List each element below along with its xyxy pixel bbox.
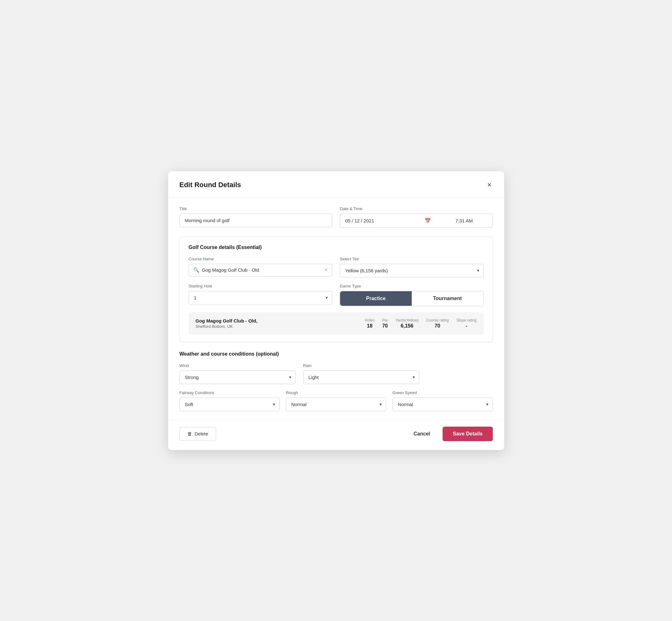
rough-input[interactable]: ShortNormalLong <box>286 398 386 411</box>
course-full-name: Gog Magog Golf Club - Old, <box>196 318 358 323</box>
date-input[interactable]: 05 / 12 / 2021 📅 <box>340 214 436 228</box>
time-input[interactable]: 7:31 AM <box>436 214 493 228</box>
game-type-field: Game Type Practice Tournament <box>340 284 484 306</box>
rain-input[interactable]: NoneLightModerateHeavy <box>303 370 419 384</box>
starting-hole-input[interactable]: 1234 5678 910 <box>189 291 333 304</box>
game-type-label: Game Type <box>340 284 484 288</box>
starting-hole-label: Starting Hole <box>189 284 333 288</box>
trash-icon: 🗑 <box>187 431 192 437</box>
save-button[interactable]: Save Details <box>443 427 493 441</box>
fairway-label: Fairway Conditions <box>179 390 280 395</box>
date-text: 05 / 12 / 2021 <box>345 218 374 223</box>
datetime-inputs: 05 / 12 / 2021 📅 7:31 AM <box>340 214 493 228</box>
datetime-field: Date & Time 05 / 12 / 2021 📅 7:31 AM <box>340 206 493 228</box>
modal-header: Edit Round Details × <box>168 171 504 198</box>
course-row-2: Starting Hole 1234 5678 910 ▾ Game Type <box>189 284 484 306</box>
modal-title: Edit Round Details <box>179 181 241 189</box>
title-field: Title <box>179 206 333 228</box>
par-value: 70 <box>382 323 388 329</box>
yards-value: 6,156 <box>395 323 419 329</box>
search-icon: 🔍 <box>194 267 199 273</box>
weather-section-title: Weather and course conditions (optional) <box>179 351 493 357</box>
fairway-wrap: FirmNormalSoftVery Soft ▾ <box>179 398 280 411</box>
fairway-field: Fairway Conditions FirmNormalSoftVery So… <box>179 390 280 411</box>
rain-field: Rain NoneLightModerateHeavy ▾ <box>303 363 419 384</box>
title-input[interactable] <box>179 214 333 227</box>
wind-wrap: NoneLightModerateStrongVery Strong ▾ <box>179 370 296 384</box>
course-row-1: Course Name 🔍 Gog Magog Golf Club - Old … <box>189 256 484 277</box>
title-label: Title <box>179 206 333 211</box>
rain-label: Rain <box>303 363 419 368</box>
practice-button[interactable]: Practice <box>340 291 412 306</box>
footer-right: Cancel Save Details <box>407 427 493 441</box>
cancel-button[interactable]: Cancel <box>407 427 436 441</box>
course-rating-label: Course rating <box>426 318 449 323</box>
green-speed-label: Green Speed <box>392 390 493 395</box>
rough-wrap: ShortNormalLong ▾ <box>286 398 386 411</box>
starting-hole-field: Starting Hole 1234 5678 910 ▾ <box>189 284 333 306</box>
course-name-label: Course Name <box>189 256 333 261</box>
golf-course-section: Golf Course details (Essential) Course N… <box>179 237 493 342</box>
wind-input[interactable]: NoneLightModerateStrongVery Strong <box>179 370 296 384</box>
wind-field: Wind NoneLightModerateStrongVery Strong … <box>179 363 296 384</box>
delete-button[interactable]: 🗑 Delete <box>179 427 216 441</box>
modal-body: Title Date & Time 05 / 12 / 2021 📅 7:31 … <box>168 198 504 420</box>
course-location: Shelford Bottom, UK <box>196 324 358 329</box>
green-speed-wrap: SlowNormalFastVery Fast ▾ <box>392 398 493 411</box>
delete-label: Delete <box>195 431 208 437</box>
course-rating-stat: Course rating 70 <box>426 318 449 329</box>
course-name-input-wrap[interactable]: 🔍 Gog Magog Golf Club - Old × <box>189 264 333 277</box>
calendar-icon: 📅 <box>425 218 431 224</box>
time-text: 7:31 AM <box>455 218 473 223</box>
course-name-field: Course Name 🔍 Gog Magog Golf Club - Old … <box>189 256 333 277</box>
select-tee-input[interactable]: Yellow (6,156 yards) White Red Blue <box>340 264 484 277</box>
course-name-value: Gog Magog Golf Club - Old <box>202 267 325 273</box>
datetime-label: Date & Time <box>340 206 493 211</box>
holes-label: Holes <box>365 318 375 323</box>
tournament-button[interactable]: Tournament <box>412 291 483 306</box>
weather-row-2: Fairway Conditions FirmNormalSoftVery So… <box>179 390 493 411</box>
par-stat: Par 70 <box>382 318 388 329</box>
rain-wrap: NoneLightModerateHeavy ▾ <box>303 370 419 384</box>
select-tee-field: Select Tee Yellow (6,156 yards) White Re… <box>340 256 484 277</box>
green-speed-field: Green Speed SlowNormalFastVery Fast ▾ <box>392 390 493 411</box>
rough-field: Rough ShortNormalLong ▾ <box>286 390 386 411</box>
edit-round-modal: Edit Round Details × Title Date & Time 0… <box>168 171 504 450</box>
course-info-name: Gog Magog Golf Club - Old, Shelford Bott… <box>196 318 358 329</box>
weather-section: Weather and course conditions (optional)… <box>179 351 493 411</box>
clear-icon[interactable]: × <box>325 267 328 273</box>
slope-value: - <box>456 323 476 329</box>
fairway-input[interactable]: FirmNormalSoftVery Soft <box>179 398 280 411</box>
green-speed-input[interactable]: SlowNormalFastVery Fast <box>392 398 493 411</box>
rough-label: Rough <box>286 390 386 395</box>
golf-course-title: Golf Course details (Essential) <box>189 245 484 250</box>
holes-value: 18 <box>365 323 375 329</box>
modal-footer: 🗑 Delete Cancel Save Details <box>168 420 504 450</box>
par-label: Par <box>382 318 388 323</box>
holes-stat: Holes 18 <box>365 318 375 329</box>
top-row: Title Date & Time 05 / 12 / 2021 📅 7:31 … <box>179 206 493 228</box>
wind-label: Wind <box>179 363 296 368</box>
yards-label: Yards(Yellow) <box>395 318 419 323</box>
starting-hole-wrap: 1234 5678 910 ▾ <box>189 291 333 304</box>
course-info-bar: Gog Magog Golf Club - Old, Shelford Bott… <box>189 313 484 334</box>
select-tee-label: Select Tee <box>340 256 484 261</box>
select-tee-wrap: Yellow (6,156 yards) White Red Blue ▾ <box>340 264 484 277</box>
slope-label: Slope rating <box>456 318 476 323</box>
weather-row-1: Wind NoneLightModerateStrongVery Strong … <box>179 363 419 384</box>
yards-stat: Yards(Yellow) 6,156 <box>395 318 419 329</box>
course-rating-value: 70 <box>426 323 449 329</box>
game-type-toggle: Practice Tournament <box>340 291 484 306</box>
slope-rating-stat: Slope rating - <box>456 318 476 329</box>
close-button[interactable]: × <box>486 180 493 190</box>
